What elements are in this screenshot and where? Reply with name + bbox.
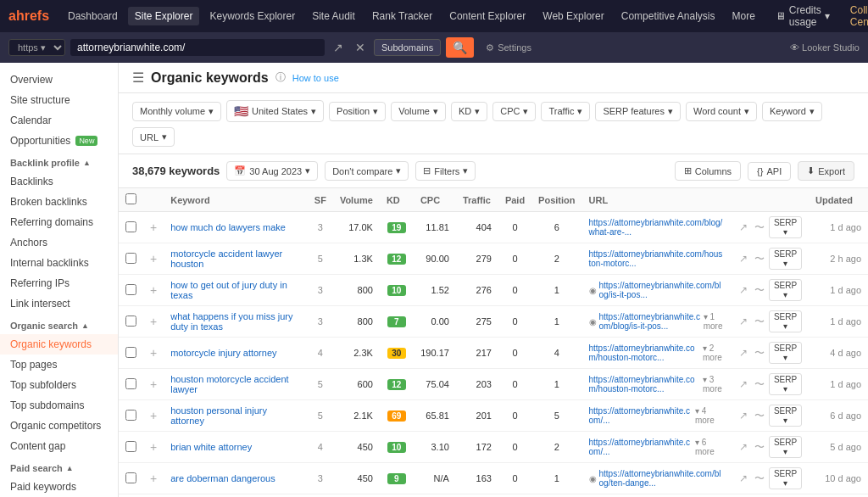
traffic-column-header[interactable]: Traffic	[463, 195, 492, 205]
chart-button[interactable]: ↗	[737, 283, 750, 297]
sidebar-section-paid-search[interactable]: Paid search ▲	[0, 456, 118, 477]
traffic-filter[interactable]: Traffic ▾	[541, 102, 590, 121]
keyword-link[interactable]: are doberman dangerous	[170, 473, 275, 483]
columns-button[interactable]: ⊞ Columns	[675, 161, 741, 181]
add-keyword-button[interactable]: +	[150, 377, 157, 391]
serp-button[interactable]: SERP ▾	[769, 467, 802, 489]
nav-web-explorer[interactable]: Web Explorer	[536, 7, 610, 25]
api-button[interactable]: {} API	[748, 162, 791, 181]
more-urls-link[interactable]: ▾ 1 more	[704, 312, 723, 331]
keyword-link[interactable]: motorcycle injury attorney	[170, 348, 276, 358]
position-column-header[interactable]: Position	[538, 195, 575, 205]
url-link[interactable]: https://attorneybrianwhite.com/blog/ten-…	[599, 469, 723, 488]
subdomains-button[interactable]: Subdomains	[374, 39, 441, 56]
protocol-select[interactable]: https ▾	[8, 39, 65, 56]
keyword-link[interactable]: houston motorcycle accident lawyer	[170, 374, 288, 394]
add-keyword-button[interactable]: +	[150, 283, 157, 297]
row-checkbox[interactable]	[125, 378, 136, 389]
looker-studio-button[interactable]: 👁 Looker Studio	[790, 42, 860, 53]
sidebar-section-backlink-profile[interactable]: Backlink profile ▲	[0, 151, 118, 171]
sidebar-item-internal-backlinks[interactable]: Internal backlinks	[0, 253, 118, 273]
cpc-column-header[interactable]: CPC	[420, 195, 449, 205]
filters-button[interactable]: ⊟ Filters ▾	[415, 161, 476, 181]
select-all-checkbox[interactable]	[125, 193, 136, 204]
monthly-volume-filter[interactable]: Monthly volume ▾	[132, 102, 221, 121]
sidebar-item-organic-keywords[interactable]: Organic keywords	[0, 334, 118, 355]
menu-icon[interactable]: ☰	[132, 70, 144, 86]
url-filter[interactable]: URL ▾	[132, 127, 175, 147]
volume-filter[interactable]: Volume ▾	[391, 102, 446, 121]
keyword-link[interactable]: how to get out of jury duty in texas	[170, 280, 287, 300]
sidebar-item-organic-competitors[interactable]: Organic competitors	[0, 416, 118, 436]
nav-content-explorer[interactable]: Content Explorer	[442, 7, 532, 25]
keyword-link[interactable]: motorcycle accident lawyer houston	[170, 248, 282, 269]
compare-button[interactable]: Don't compare ▾	[325, 161, 409, 181]
more-urls-link[interactable]: ▾ 3 more	[703, 375, 723, 394]
row-checkbox[interactable]	[125, 410, 136, 421]
kd-filter[interactable]: KD ▾	[451, 102, 487, 121]
credits-usage-button[interactable]: 🖥 Credits usage ▾	[769, 1, 837, 31]
chart-button[interactable]: ↗	[737, 346, 750, 360]
trend-button[interactable]: 〜	[752, 345, 767, 361]
sidebar-item-top-subdomains[interactable]: Top subdomains	[0, 395, 118, 416]
export-button[interactable]: ⬇ Export	[798, 161, 854, 181]
row-checkbox[interactable]	[125, 472, 136, 483]
keyword-column-header[interactable]: Keyword	[170, 195, 301, 205]
sidebar-item-content-gap[interactable]: Content gap	[0, 436, 118, 456]
sidebar-item-backlinks[interactable]: Backlinks	[0, 171, 118, 192]
add-keyword-button[interactable]: +	[150, 440, 157, 454]
chart-button[interactable]: ↗	[737, 440, 750, 454]
sidebar-item-top-pages[interactable]: Top pages	[0, 355, 118, 375]
serp-features-filter[interactable]: SERP features ▾	[595, 102, 681, 121]
serp-button[interactable]: SERP ▾	[769, 436, 802, 458]
chart-button[interactable]: ↗	[737, 221, 750, 234]
sidebar-item-anchors[interactable]: Anchors	[0, 232, 118, 253]
sidebar-item-top-subfolders[interactable]: Top subfolders	[0, 375, 118, 395]
sidebar-item-paid-keywords[interactable]: Paid keywords	[0, 477, 118, 497]
add-keyword-button[interactable]: +	[150, 252, 157, 265]
chart-button[interactable]: ↗	[737, 315, 750, 328]
keyword-link[interactable]: houston personal injury attorney	[170, 405, 267, 426]
sidebar-section-organic-search[interactable]: Organic search ▲	[0, 314, 118, 334]
add-keyword-button[interactable]: +	[150, 221, 157, 234]
serp-button[interactable]: SERP ▾	[769, 405, 802, 427]
chart-button[interactable]: ↗	[737, 409, 750, 422]
keyword-link[interactable]: how much do lawyers make	[170, 222, 286, 232]
serp-button[interactable]: SERP ▾	[769, 279, 802, 301]
more-urls-link[interactable]: ▾ 6 more	[695, 438, 723, 456]
updated-column-header[interactable]: Updated	[815, 195, 861, 205]
nav-more[interactable]: More	[725, 7, 761, 25]
clear-url-icon[interactable]: ✕	[352, 39, 369, 56]
url-link[interactable]: https://attorneybrianwhite.com/blog/is-i…	[599, 281, 723, 299]
nav-dashboard[interactable]: Dashboard	[61, 7, 125, 25]
trend-button[interactable]: 〜	[752, 377, 767, 393]
url-input[interactable]	[70, 39, 325, 56]
sf-column-header[interactable]: SF	[314, 195, 326, 205]
sidebar-item-referring-ips[interactable]: Referring IPs	[0, 273, 118, 293]
sidebar-item-opportunities[interactable]: Opportunities New	[0, 131, 118, 151]
row-checkbox[interactable]	[125, 221, 136, 232]
url-link[interactable]: https://attorneybrianwhite.com/houston-m…	[589, 249, 723, 268]
kd-column-header[interactable]: KD	[387, 195, 407, 205]
row-checkbox[interactable]	[125, 347, 136, 358]
trend-button[interactable]: 〜	[752, 282, 767, 299]
serp-button[interactable]: SERP ▾	[769, 342, 802, 364]
url-link[interactable]: https://attorneybrianwhite.com/blog/what…	[589, 218, 723, 237]
word-count-filter[interactable]: Word count ▾	[686, 102, 757, 121]
sidebar-item-link-intersect[interactable]: Link intersect	[0, 293, 118, 314]
nav-site-audit[interactable]: Site Audit	[305, 7, 362, 25]
serp-button[interactable]: SERP ▾	[769, 248, 802, 270]
url-link[interactable]: https://attorneybrianwhite.com/...	[589, 406, 693, 425]
row-checkbox[interactable]	[125, 284, 136, 295]
row-checkbox[interactable]	[125, 253, 136, 264]
keyword-filter[interactable]: Keyword ▾	[762, 102, 822, 121]
row-checkbox[interactable]	[125, 316, 136, 327]
trend-button[interactable]: 〜	[752, 314, 767, 330]
serp-button[interactable]: SERP ▾	[769, 216, 802, 238]
trend-button[interactable]: 〜	[752, 220, 767, 236]
serp-button[interactable]: SERP ▾	[769, 310, 802, 332]
chart-button[interactable]: ↗	[737, 252, 750, 265]
trend-button[interactable]: 〜	[752, 408, 767, 424]
nav-rank-tracker[interactable]: Rank Tracker	[365, 7, 439, 25]
position-filter[interactable]: Position ▾	[329, 102, 386, 121]
